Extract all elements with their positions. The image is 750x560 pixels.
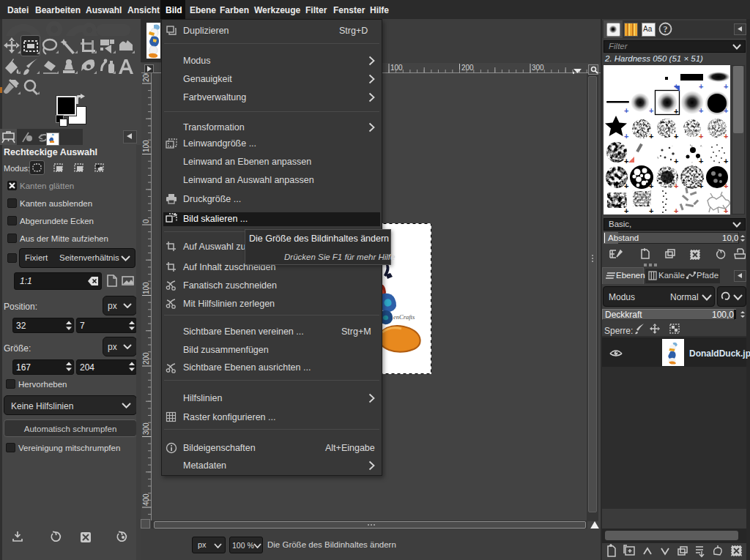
svg-text:+: + bbox=[624, 182, 628, 190]
svg-text:+: + bbox=[674, 182, 678, 190]
svg-text:+: + bbox=[724, 157, 728, 165]
svg-text:+: + bbox=[699, 182, 703, 190]
svg-text:200: 200 bbox=[461, 64, 474, 72]
svg-text:+: + bbox=[674, 107, 678, 116]
svg-text:+: + bbox=[724, 182, 728, 190]
svg-text:+: + bbox=[724, 206, 728, 214]
svg-text:+: + bbox=[674, 132, 678, 141]
svg-text:100: 100 bbox=[142, 140, 150, 152]
svg-text:0: 0 bbox=[142, 219, 150, 223]
svg-text:enCrafts: enCrafts bbox=[393, 313, 415, 321]
svg-text:+: + bbox=[724, 82, 728, 91]
svg-text:+: + bbox=[674, 82, 678, 91]
svg-text:200: 200 bbox=[142, 352, 150, 365]
svg-text:+: + bbox=[724, 106, 728, 115]
svg-text:+: + bbox=[649, 206, 653, 214]
svg-text:+: + bbox=[699, 132, 703, 141]
svg-text:+: + bbox=[624, 206, 628, 214]
svg-text:+: + bbox=[699, 82, 703, 91]
svg-text:300: 300 bbox=[532, 64, 544, 72]
svg-text:+: + bbox=[724, 132, 728, 141]
svg-text:+: + bbox=[649, 182, 653, 190]
svg-text:+: + bbox=[699, 106, 703, 115]
svg-text:100: 100 bbox=[390, 64, 403, 72]
svg-text:+: + bbox=[674, 157, 678, 165]
svg-text:+: + bbox=[649, 106, 653, 115]
svg-text:+: + bbox=[674, 206, 678, 214]
svg-text:+: + bbox=[624, 106, 628, 115]
svg-text:+: + bbox=[624, 157, 628, 165]
svg-text:+: + bbox=[624, 132, 628, 141]
svg-text:+: + bbox=[649, 132, 653, 141]
svg-text:200: 200 bbox=[142, 73, 150, 82]
svg-text:?: ? bbox=[664, 24, 668, 34]
svg-text:+: + bbox=[699, 157, 703, 165]
svg-text:100: 100 bbox=[142, 282, 150, 294]
svg-text:400: 400 bbox=[142, 493, 150, 506]
svg-text:300: 300 bbox=[142, 422, 150, 435]
